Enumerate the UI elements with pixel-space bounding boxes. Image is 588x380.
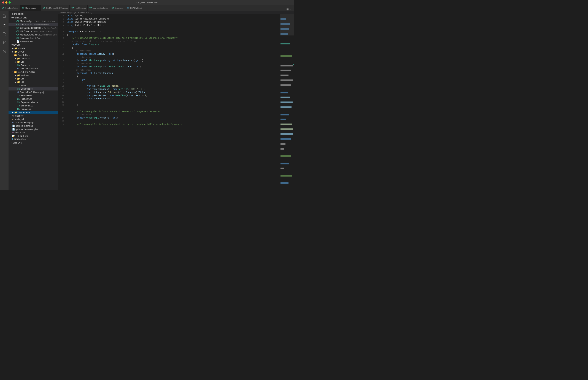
svg-rect-38 xyxy=(280,169,280,176)
open-editor-readme[interactable]: 📄 README.md xyxy=(9,40,58,43)
activity-debug[interactable] xyxy=(0,47,9,56)
folder-icon: 📁 xyxy=(14,50,17,53)
code-editor[interactable]: 1 2 3 4 5 6 7 8 9 10 xyxy=(58,14,280,190)
folder-icon: 📁 xyxy=(17,57,20,60)
gitlens-section[interactable]: ▶ GITLENS xyxy=(9,141,58,145)
tree-item-pp-csproj[interactable]: ⚙ GovLib.ProPublica.csproj xyxy=(9,91,58,94)
tree-item-gitignore[interactable]: ⊙ .gitignore xyxy=(9,114,58,117)
tab-label: MemberCache.cs xyxy=(93,7,108,9)
tab-get-member[interactable]: C# GetMemberByIDTests.cs xyxy=(41,5,70,11)
tab-enums[interactable]: C# Enums.cs xyxy=(110,5,125,11)
cs-file-icon: C# xyxy=(16,30,19,33)
tree-item-get-members[interactable]: 📄 get-members-examples xyxy=(9,128,58,131)
tree-item-modules[interactable]: ▶ 📁 Modules xyxy=(9,74,58,77)
code-content: using System; using System.Collections.G… xyxy=(65,14,280,126)
split-editor-icon[interactable]: ⊡ xyxy=(286,8,289,11)
code-line-15: { xyxy=(67,75,278,78)
code-line-19: var firstCongress = new DateTime(1789, 1… xyxy=(67,88,278,91)
tree-item-housebill-cs[interactable]: C# HouseBill.cs xyxy=(9,94,58,97)
activity-git[interactable] xyxy=(0,38,9,47)
code-line-4: using GovLib.ProPublica.Util; xyxy=(67,24,278,27)
open-editor-get-member[interactable]: C# GetMemberByIDTests.cs GovLib.Tests/P.… xyxy=(9,26,58,30)
tree-item-senator-cs[interactable]: C# Senator.cs xyxy=(9,107,58,111)
code-hint-12-a: 12 references xyxy=(67,56,278,59)
tree-item-enums-cs[interactable]: C# Enums.cs xyxy=(9,63,58,67)
svg-rect-29 xyxy=(280,138,291,140)
code-hint-27-a: 12 references xyxy=(67,113,278,116)
tree-item-contracts[interactable]: ▶ 📁 Contracts xyxy=(9,57,58,60)
tree-item-representative-cs[interactable]: C# Representative.cs xyxy=(9,101,58,104)
code-line-11: internal string ApiKey { get; } xyxy=(67,53,278,56)
open-editor-congress[interactable]: C# Congress.cs GovLib.ProPublica xyxy=(9,23,58,26)
folder-icon: 📁 xyxy=(17,77,20,80)
code-line-6: namespace GovLib.ProPublica xyxy=(67,30,278,33)
activity-explorer[interactable] xyxy=(0,21,9,29)
code-hint-11-a: 17 references xyxy=(67,49,278,53)
tree-item-pp-util[interactable]: ▶ 📁 Util xyxy=(9,80,58,84)
code-line-29: /// <summary>Get information about curre… xyxy=(67,123,278,126)
tab-readme[interactable]: C# README.md xyxy=(125,5,144,11)
tab-close-button[interactable]: × xyxy=(38,7,39,9)
folder-icon: 📁 xyxy=(17,81,20,83)
minimize-button[interactable] xyxy=(5,1,7,3)
cs-file-icon: C# xyxy=(16,37,19,39)
chevron-down-icon: ▾ xyxy=(11,17,12,19)
svg-rect-19 xyxy=(280,84,291,86)
svg-rect-13 xyxy=(280,43,290,44)
csproj-icon: ⚙ xyxy=(17,91,19,94)
open-editor-member-cache[interactable]: C# MemberCache.cs GovLib.ProPublica/Util xyxy=(9,33,58,36)
tree-item-travis[interactable]: ≡ .travis.yml xyxy=(9,117,58,121)
cs-icon: C# xyxy=(17,97,20,100)
code-line-16: get xyxy=(67,78,278,81)
more-icon[interactable]: ⋯ xyxy=(290,8,293,11)
tree-item-govlib-sln[interactable]: ◈ GovLib.sln xyxy=(9,131,58,134)
cs-file-icon: C# xyxy=(16,27,19,29)
cs-icon: C# xyxy=(22,7,24,9)
tree-item-core-util[interactable]: ▶ 📁 Util xyxy=(9,60,58,63)
code-line-25 xyxy=(67,107,278,110)
code-hint-8: 8 references | Phil H, 2 months ago | 1 … xyxy=(67,40,278,43)
cs-icon: C# xyxy=(2,7,4,9)
tree-item-get-bills[interactable]: 📄 get-bills-examples xyxy=(9,124,58,128)
code-hint-13-a: 15 references xyxy=(67,62,278,65)
tree-item-govlib-tests[interactable]: ▶ 📁 GovLib.Tests xyxy=(9,111,58,114)
tab-member-cache[interactable]: C# MemberCache.cs xyxy=(87,5,110,11)
tab-http-client[interactable]: C# HttpClient.cs xyxy=(70,5,87,11)
activity-files[interactable] xyxy=(0,12,9,20)
tree-item-govlib-propublica[interactable]: ▼ 📂 GovLib.ProPublica xyxy=(9,70,58,74)
tree-item-readme-md[interactable]: ℹ README.md xyxy=(9,138,58,141)
activity-search[interactable] xyxy=(0,30,9,38)
tree-item-license-md[interactable]: 📝 LICENSE.md xyxy=(9,134,58,138)
close-button[interactable] xyxy=(2,1,4,3)
code-line-18: var now = DateTime.UtcNow; xyxy=(67,84,278,88)
tree-item-govlib-core[interactable]: ▼ 📂 GovLib.Core xyxy=(9,53,58,57)
tab-members-api[interactable]: C# MembersApi.cs xyxy=(0,5,21,11)
tab-label: README.md xyxy=(130,7,142,9)
open-editor-members-api[interactable]: C# MembersApi.cs GovLib.ProPublica/Modul… xyxy=(9,19,58,23)
govlib-section[interactable]: ▾ GOVLIB xyxy=(9,43,58,47)
tree-item-politician-cs[interactable]: C# Politician.cs xyxy=(9,97,58,101)
code-line-3: using GovLib.ProPublica.Modules; xyxy=(67,20,278,24)
tree-item-urls[interactable]: ▶ 📁 Urls xyxy=(9,77,58,80)
sidebar-scroll[interactable]: ▾ OPEN EDITORS C# MembersApi.cs GovLib.P… xyxy=(9,16,58,190)
cs-icon: C# xyxy=(17,101,20,104)
gitignore-icon: ⊙ xyxy=(12,114,14,117)
open-editor-enums[interactable]: C# Enums.cs GovLib.Core xyxy=(9,36,58,40)
tree-item-bill-cs[interactable]: C# Bill.cs xyxy=(9,84,58,87)
tree-item-congress-cs[interactable]: C# Congress.cs xyxy=(9,87,58,91)
code-line-1: using System; xyxy=(67,14,278,17)
open-editors-section[interactable]: ▾ OPEN EDITORS xyxy=(9,16,58,19)
svg-point-2 xyxy=(3,43,4,44)
tree-item-vscode[interactable]: ▶ 📁 .vscode xyxy=(9,47,58,50)
tab-congress[interactable]: C# Congress.cs × xyxy=(21,5,41,11)
svg-rect-23 xyxy=(280,106,292,108)
chevron-right-icon: ▶ xyxy=(11,112,14,113)
svg-rect-15 xyxy=(280,65,293,66)
tree-item-senatebill-cs[interactable]: C# SenateBill.cs xyxy=(9,104,58,107)
tree-item-govlib[interactable]: ▶ 📁 GovLib xyxy=(9,50,58,53)
open-editor-http-client[interactable]: C# HttpClient.cs GovLib.ProPublica/Util xyxy=(9,30,58,33)
tree-item-core-csproj[interactable]: ⚙ GovLib.Core.csproj xyxy=(9,67,58,70)
maximize-button[interactable] xyxy=(9,1,11,3)
folder-open-icon: 📂 xyxy=(14,71,17,73)
tree-item-directory-build[interactable]: ⚙ Directory.Build.props xyxy=(9,121,58,124)
